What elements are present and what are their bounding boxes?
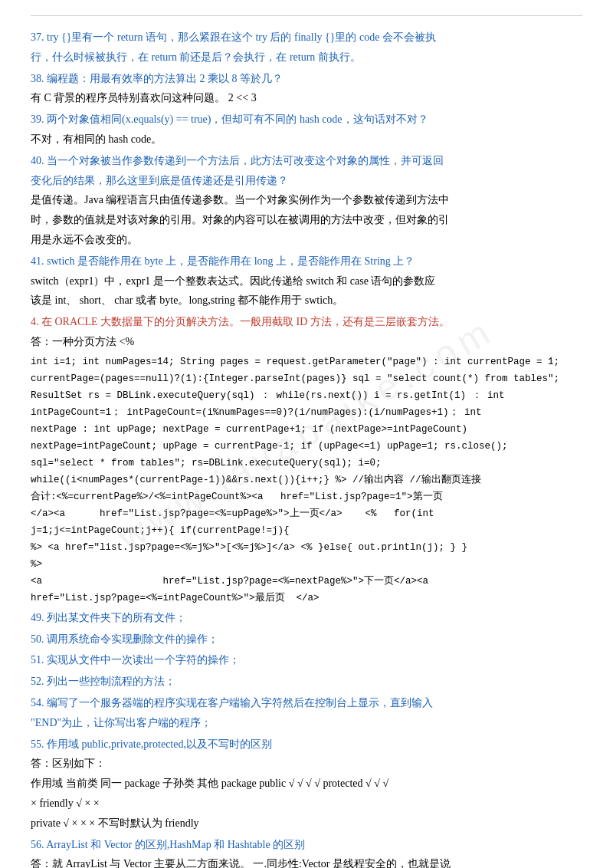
q38-answer: 有 C 背景的程序员特别喜欢问这种问题。 2 << 3 xyxy=(31,89,582,107)
q4-answer-intro: 答：一种分页方法 <% xyxy=(31,333,582,351)
code-line-7: sql="select * from tables"; rs=DBLink.ex… xyxy=(31,455,582,471)
code-line-12: %> <a href="list.jsp?page=<%=j%>">[<%=j%… xyxy=(31,540,582,555)
top-divider xyxy=(31,15,582,16)
code-line-10: </a><a href="List.jsp?page=<%=upPage%>">… xyxy=(31,506,582,521)
q54-question-1: 54. 编写了一个服务器端的程序实现在客户端输入字符然后在控制台上显示，直到输入 xyxy=(31,694,582,712)
q41-question: 41. swtich 是否能作用在 byte 上，是否能作用在 long 上，是… xyxy=(31,252,582,271)
code-line-14: <a href="List.jsp?page=<%=nextPage%>">下一… xyxy=(31,574,582,589)
section-q4: 4. 在 ORACLE 大数据量下的分页解决方法。一般用截取 ID 方法，还有是… xyxy=(31,313,582,351)
code-line-9: 合计:<%=currentPage%>/<%=intPageCount%><a … xyxy=(31,489,582,505)
code-line-13: %> xyxy=(31,557,582,572)
section-q41: 41. swtich 是否能作用在 byte 上，是否能作用在 long 上，是… xyxy=(31,252,582,310)
code-line-5: nextPage : int upPage; nextPage = curren… xyxy=(31,422,582,437)
section-q38: 38. 编程题：用最有效率的方法算出 2 乘以 8 等於几？ 有 C 背景的程序… xyxy=(31,70,582,108)
q40-answer-2: 时，参数的值就是对该对象的引用。对象的内容可以在被调用的方法中改变，但对象的引 xyxy=(31,211,582,229)
code-line-3: ResultSet rs = DBLink.executeQuery(sql) … xyxy=(31,388,582,403)
q4-question: 4. 在 ORACLE 大数据量下的分页解决方法。一般用截取 ID 方法，还有是… xyxy=(31,313,582,331)
q55-answer-intro: 答：区别如下： xyxy=(31,755,582,773)
q55-answer-table: 作用域 当前类 同一 package 子孙类 其他 package public… xyxy=(31,774,582,793)
q40-answer-1: 是值传递。Java 编程语言只由值传递参数。当一个对象实例作为一个参数被传递到方… xyxy=(31,191,582,209)
code-line-2: currentPage=(pages==null)?(1):{Integer.p… xyxy=(31,371,582,386)
code-line-15: href="List.jsp?page=<%=intPageCount%>">最… xyxy=(31,590,582,606)
section-q37: 37. try {}里有一个 return 语句，那么紧跟在这个 try 后的 … xyxy=(31,28,582,67)
section-q52: 52. 列出一些控制流程的方法； xyxy=(31,672,582,691)
main-content: 37. try {}里有一个 return 语句，那么紧跟在这个 try 后的 … xyxy=(31,28,582,868)
q41-answer-2: 该是 int、 short、 char 或者 byte。long,string … xyxy=(31,291,582,310)
section-q40: 40. 当一个对象被当作参数传递到一个方法后，此方法可改变这个对象的属性，并可返… xyxy=(31,152,582,249)
q49-question: 49. 列出某文件夹下的所有文件； xyxy=(31,609,582,627)
q56-answer-1: 答：就 ArrayList 与 Vector 主要从二方面来说。 一.同步性:V… xyxy=(31,855,582,868)
section-q54: 54. 编写了一个服务器端的程序实现在客户端输入字符然后在控制台上显示，直到输入… xyxy=(31,694,582,732)
q39-question: 39. 两个对象值相同(x.equals(y) == true)，但却可有不同的… xyxy=(31,110,582,129)
q38-question: 38. 编程题：用最有效率的方法算出 2 乘以 8 等於几？ xyxy=(31,70,582,88)
code-line-6: nextPage=intPageCount; upPage = currentP… xyxy=(31,439,582,454)
code-block-pagination: int i=1; int numPages=14; String pages =… xyxy=(31,354,582,606)
q55-answer-friendly: × friendly √ × × xyxy=(31,794,582,813)
q55-question: 55. 作用域 public,private,protected,以及不写时的区… xyxy=(31,735,582,754)
q50-question: 50. 调用系统命令实现删除文件的操作； xyxy=(31,630,582,649)
section-q39: 39. 两个对象值相同(x.equals(y) == true)，但却可有不同的… xyxy=(31,110,582,149)
section-q51: 51. 实现从文件中一次读出一个字符的操作； xyxy=(31,651,582,669)
q52-question: 52. 列出一些控制流程的方法； xyxy=(31,672,582,691)
q55-answer-private: private √ × × × 不写时默认为 friendly xyxy=(31,814,582,833)
section-q56: 56. ArrayList 和 Vector 的区别,HashMap 和 Has… xyxy=(31,836,582,868)
section-q50: 50. 调用系统命令实现删除文件的操作； xyxy=(31,630,582,649)
q40-answer-3: 用是永远不会改变的。 xyxy=(31,231,582,249)
code-line-4: intPageCount=1； intPageCount=(i%numPages… xyxy=(31,405,582,420)
code-line-1: int i=1; int numPages=14; String pages =… xyxy=(31,354,582,370)
q39-answer: 不对，有相同的 hash code。 xyxy=(31,130,582,149)
q40-question-2: 变化后的结果，那么这里到底是值传递还是引用传递？ xyxy=(31,172,582,190)
section-q49: 49. 列出某文件夹下的所有文件； xyxy=(31,609,582,627)
q41-answer-1: switch（expr1）中，expr1 是一个整数表达式。因此传递给 swit… xyxy=(31,272,582,291)
q56-question: 56. ArrayList 和 Vector 的区别,HashMap 和 Has… xyxy=(31,836,582,854)
section-q55: 55. 作用域 public,private,protected,以及不写时的区… xyxy=(31,735,582,833)
q51-question: 51. 实现从文件中一次读出一个字符的操作； xyxy=(31,651,582,669)
q37-line1: 37. try {}里有一个 return 语句，那么紧跟在这个 try 后的 … xyxy=(31,28,582,47)
code-line-8: while((i<numPages*(currentPage-1))&&rs.n… xyxy=(31,472,582,488)
q54-question-2: "END"为止，让你写出客户端的程序； xyxy=(31,714,582,732)
q37-line2: 行，什么时候被执行，在 return 前还是后？会执行，在 return 前执行… xyxy=(31,48,582,67)
q40-question-1: 40. 当一个对象被当作参数传递到一个方法后，此方法可改变这个对象的属性，并可返… xyxy=(31,152,582,170)
code-line-11: j=1;j<=intPageCount;j++){ if(currentPage… xyxy=(31,523,582,538)
